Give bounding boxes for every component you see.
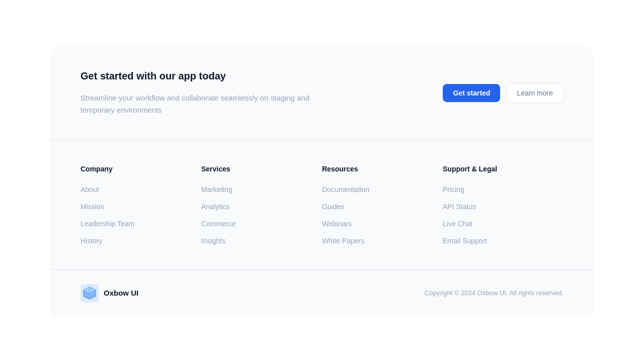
list-item: Guides: [322, 202, 443, 211]
footer-link-marketing[interactable]: Marketing: [201, 186, 232, 194]
footer-col-resources: Resources Documentation Guides Webinars …: [322, 165, 443, 245]
footer-col-services: Services Marketing Analytics Commerce In…: [201, 165, 322, 245]
list-item: Pricing: [443, 185, 564, 194]
list-item: Live Chat: [443, 219, 564, 228]
footer-link-analytics[interactable]: Analytics: [201, 203, 229, 211]
footer-link-guides[interactable]: Guides: [322, 203, 344, 211]
hero-section: Get started with our app today Streamlin…: [50, 46, 594, 140]
main-card: Get started with our app today Streamlin…: [50, 46, 594, 316]
hero-title: Get started with our app today: [80, 70, 322, 82]
footer-col-title-company: Company: [80, 165, 201, 173]
list-item: Leadership Team: [80, 219, 201, 228]
footer-link-history[interactable]: History: [80, 237, 103, 245]
footer-col-support: Support & Legal Pricing API Status Live …: [443, 165, 564, 245]
list-item: Analytics: [201, 202, 322, 211]
hero-text-block: Get started with our app today Streamlin…: [80, 70, 322, 116]
bottom-bar: Oxbow UI Copyright © 2024 Oxbow UI. All …: [50, 269, 594, 316]
list-item: About: [80, 185, 201, 194]
hero-description: Streamline your workflow and collaborate…: [80, 92, 322, 116]
footer-col-title-resources: Resources: [322, 165, 443, 173]
footer-nav: Company About Mission Leadership Team Hi…: [50, 141, 594, 269]
footer-link-webinars[interactable]: Webinars: [322, 220, 352, 228]
footer-links-support: Pricing API Status Live Chat Email Suppo…: [443, 185, 564, 245]
logo-text: Oxbow UI: [104, 289, 138, 297]
footer-link-whitepapers[interactable]: White Papers: [322, 237, 364, 245]
list-item: Commerce: [201, 219, 322, 228]
footer-link-about[interactable]: About: [80, 186, 99, 194]
list-item: Mission: [80, 202, 201, 211]
footer-link-api-status[interactable]: API Status: [443, 203, 476, 211]
hero-buttons: Get started Learn more: [443, 83, 564, 103]
footer-link-insights[interactable]: Insights: [201, 237, 225, 245]
footer-link-live-chat[interactable]: Live Chat: [443, 220, 472, 228]
footer-link-commerce[interactable]: Commerce: [201, 220, 235, 228]
oxbow-logo-icon: [80, 284, 99, 302]
footer-link-email-support[interactable]: Email Support: [443, 237, 487, 245]
list-item: API Status: [443, 202, 564, 211]
footer-links-resources: Documentation Guides Webinars White Pape…: [322, 185, 443, 245]
footer-link-pricing[interactable]: Pricing: [443, 186, 464, 194]
get-started-button[interactable]: Get started: [443, 84, 500, 102]
footer-col-title-support: Support & Legal: [443, 165, 564, 173]
list-item: Email Support: [443, 236, 564, 245]
list-item: White Papers: [322, 236, 443, 245]
list-item: Webinars: [322, 219, 443, 228]
footer-link-documentation[interactable]: Documentation: [322, 186, 369, 194]
copyright-text: Copyright © 2024 Oxbow UI. All rights re…: [425, 289, 564, 297]
logo-area: Oxbow UI: [80, 284, 138, 302]
footer-col-company: Company About Mission Leadership Team Hi…: [80, 165, 201, 245]
list-item: Insights: [201, 236, 322, 245]
list-item: History: [80, 236, 201, 245]
learn-more-button[interactable]: Learn more: [506, 83, 564, 103]
footer-links-services: Marketing Analytics Commerce Insights: [201, 185, 322, 245]
footer-links-company: About Mission Leadership Team History: [80, 185, 201, 245]
list-item: Marketing: [201, 185, 322, 194]
footer-link-mission[interactable]: Mission: [80, 203, 104, 211]
footer-col-title-services: Services: [201, 165, 322, 173]
list-item: Documentation: [322, 185, 443, 194]
footer-link-leadership[interactable]: Leadership Team: [80, 220, 134, 228]
